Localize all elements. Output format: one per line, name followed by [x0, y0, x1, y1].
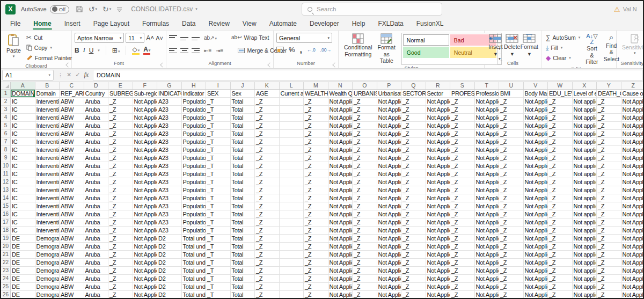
align-bottom-button[interactable]: [192, 34, 200, 41]
cell-T3[interactable]: Not Applicable: [475, 106, 500, 114]
cell-P10[interactable]: Not Applicable: [377, 162, 402, 170]
row-header-20[interactable]: 20: [1, 243, 11, 251]
cell-P7[interactable]: Not Applicable: [377, 138, 402, 146]
cell-C2[interactable]: ABW: [60, 98, 84, 106]
column-header-W[interactable]: W: [548, 82, 573, 89]
cell-J19[interactable]: Total: [231, 235, 255, 243]
cell-V12[interactable]: Not Applicable: [524, 178, 548, 186]
cell-Z22[interactable]: Not Applicable: [621, 259, 643, 267]
cell-O13[interactable]: _Z: [353, 186, 377, 194]
cell-X16[interactable]: Not applicable: [573, 210, 597, 218]
autosave-control[interactable]: AutoSave Off: [21, 5, 69, 13]
cell-O1[interactable]: URBANISATION: [353, 90, 377, 98]
cell-V5[interactable]: Not Applicable: [524, 122, 548, 130]
cell-P26[interactable]: Not Applicable: [377, 291, 402, 298]
tab-formulas[interactable]: Formulas: [136, 18, 175, 30]
cell-E25[interactable]: _Z: [108, 283, 133, 291]
cell-R24[interactable]: Not Applicable: [426, 275, 451, 283]
cell-C3[interactable]: ABW: [60, 106, 84, 114]
cell-P25[interactable]: Not Applicable: [377, 283, 402, 291]
cell-O2[interactable]: _Z: [353, 98, 377, 106]
cell-F10[interactable]: Not Applicable: [133, 162, 158, 170]
cell-X4[interactable]: Not applicable: [573, 114, 597, 122]
cell-B17[interactable]: Intervention: [35, 218, 60, 227]
cell-T23[interactable]: Not Applicable: [475, 267, 500, 275]
cell-P5[interactable]: Not Applicable: [377, 122, 402, 130]
cell-J11[interactable]: Total: [231, 170, 255, 178]
cell-H16[interactable]: Population: [182, 210, 207, 218]
enter-icon[interactable]: ✓: [75, 71, 80, 78]
cell-P23[interactable]: Not Applicable: [377, 267, 402, 275]
cell-R19[interactable]: Not Applicable: [426, 235, 451, 243]
cell-I7[interactable]: _T: [206, 138, 231, 146]
cell-D22[interactable]: Aruba: [84, 259, 109, 267]
cell-O22[interactable]: _Z: [353, 259, 377, 267]
cell-K18[interactable]: _Z: [255, 227, 280, 235]
cell-A12[interactable]: IC: [11, 178, 35, 186]
cell-P15[interactable]: Not Applicable: [377, 202, 402, 210]
cell-J4[interactable]: Total: [231, 114, 255, 122]
cell-J3[interactable]: Total: [231, 106, 255, 114]
cell-A9[interactable]: IC: [11, 154, 35, 162]
cell-D20[interactable]: Aruba: [84, 243, 109, 251]
cell-C16[interactable]: ABW: [60, 210, 84, 218]
cell-X24[interactable]: Not applicable: [573, 275, 597, 283]
cell-U3[interactable]: _Z: [499, 106, 524, 114]
cell-Z26[interactable]: Not Applicable: [621, 291, 643, 298]
cell-W9[interactable]: _Z: [548, 154, 573, 162]
cell-N17[interactable]: Not Applicable: [328, 218, 353, 227]
cell-R25[interactable]: Not Applicable: [426, 283, 451, 291]
cell-E21[interactable]: _Z: [108, 251, 133, 259]
tab-page-layout[interactable]: Page Layout: [87, 18, 135, 30]
cell-Y5[interactable]: _Z: [597, 122, 621, 130]
cell-V9[interactable]: Not Applicable: [524, 154, 548, 162]
row-header-11[interactable]: 11: [1, 170, 11, 178]
cell-U12[interactable]: _Z: [499, 178, 524, 186]
cell-A16[interactable]: IC: [11, 210, 35, 218]
cell-A14[interactable]: IC: [11, 194, 35, 202]
cell-J25[interactable]: Total: [231, 283, 255, 291]
cell-N8[interactable]: Not Applicable: [328, 146, 353, 154]
cell-A20[interactable]: DE: [11, 243, 35, 251]
cell-H20[interactable]: Total under 5: [182, 243, 207, 251]
more-options-icon[interactable]: ⋮: [58, 72, 63, 78]
cell-W22[interactable]: _Z: [548, 259, 573, 267]
cell-D1[interactable]: Country: [84, 90, 109, 98]
row-header-17[interactable]: 17: [1, 218, 11, 227]
cell-B2[interactable]: Intervention: [35, 98, 60, 106]
cell-E8[interactable]: _Z: [108, 146, 133, 154]
cell-Q14[interactable]: _Z: [401, 194, 426, 202]
align-center-button[interactable]: [180, 47, 188, 54]
cell-P16[interactable]: Not Applicable: [377, 210, 402, 218]
cell-N2[interactable]: Not Applicable: [328, 98, 353, 106]
cell-X6[interactable]: Not applicable: [573, 130, 597, 138]
cell-L5[interactable]: [280, 122, 304, 130]
cell-F25[interactable]: Not Applicable: [133, 283, 158, 291]
cell-Y24[interactable]: _Z: [597, 275, 621, 283]
cell-V25[interactable]: Not Applicable: [524, 283, 548, 291]
cell-I1[interactable]: SEX: [206, 90, 231, 98]
cell-Y13[interactable]: _Z: [597, 186, 621, 194]
cell-G21[interactable]: D2: [157, 251, 182, 259]
cell-N14[interactable]: Not Applicable: [328, 194, 353, 202]
cell-M20[interactable]: _Z: [304, 243, 328, 251]
row-header-5[interactable]: 5: [1, 122, 11, 130]
cell-F14[interactable]: Not Applicable: [133, 194, 158, 202]
cell-D11[interactable]: Aruba: [84, 170, 109, 178]
cell-Y21[interactable]: _Z: [597, 251, 621, 259]
cell-P14[interactable]: Not Applicable: [377, 194, 402, 202]
cell-A5[interactable]: IC: [11, 122, 35, 130]
cell-D14[interactable]: Aruba: [84, 194, 109, 202]
cell-J17[interactable]: Total: [231, 218, 255, 227]
font-color-button[interactable]: A▾: [143, 46, 150, 55]
cell-E10[interactable]: _Z: [108, 162, 133, 170]
cell-S2[interactable]: _Z: [450, 98, 475, 106]
cell-E1[interactable]: SUBREGION: [108, 90, 133, 98]
cell-T26[interactable]: Not Applicable: [475, 291, 500, 298]
cell-A19[interactable]: DE: [11, 235, 35, 243]
account-area[interactable]: ⚠ Val N: [614, 1, 642, 17]
cell-Y19[interactable]: _Z: [597, 235, 621, 243]
cell-K16[interactable]: _Z: [255, 210, 280, 218]
cell-T7[interactable]: Not Applicable: [475, 138, 500, 146]
cell-K15[interactable]: _Z: [255, 202, 280, 210]
